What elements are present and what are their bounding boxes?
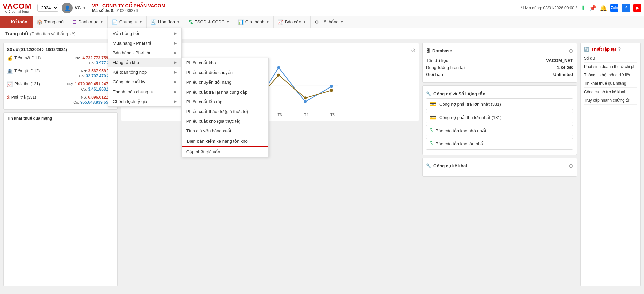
- top-bar: VACOM Giữ sự hài lòng 2024 👤 VC ▼ VP - C…: [0, 0, 644, 16]
- nav-baocao[interactable]: 📈 Báo cáo ▼: [274, 16, 311, 28]
- settings-icon: ⚙: [315, 19, 319, 25]
- nav-hoadon-label: Hóa đơn: [158, 19, 175, 24]
- bank-icon: 🏦: [7, 68, 13, 74]
- giachanh-caret: ▼: [266, 20, 269, 24]
- quick-item-phatsinh[interactable]: Phát sinh doanh thu & chi phí: [584, 63, 637, 71]
- nav-hethong-label: Hệ thống: [321, 19, 339, 24]
- chart-close-btn[interactable]: ⊙: [411, 47, 415, 53]
- nav-bar: ← Kế toán 🏠 Trang chủ ☰ Danh mục ▼ 📄 Chứ…: [0, 16, 644, 28]
- quick-item-truycap[interactable]: Truy cập nhanh chứng từ: [584, 96, 637, 105]
- breadcrumb-home: Trang chủ: [5, 31, 28, 36]
- tiengui-no-label: Nợ:: [81, 69, 87, 73]
- submenu-phieuchuyendoihang[interactable]: Phiếu chuyển đổi hàng: [182, 77, 268, 87]
- database-close-btn[interactable]: ⊙: [569, 48, 573, 54]
- quick-item-congcu[interactable]: Công cụ hỗ trợ kê khai: [584, 88, 637, 96]
- btn-tonkho-nho[interactable]: $ Báo cáo tồn kho nhỏ nhất: [426, 125, 573, 136]
- bell-icon[interactable]: 🔔: [600, 4, 607, 12]
- chungtu-dropdown: Vốn bằng tiền ▶ Mua hàng - Phải trả ▶ Bá…: [108, 28, 182, 107]
- user-dropdown-icon[interactable]: ▼: [83, 6, 86, 10]
- submenu-capnhatgiavon[interactable]: Cập nhật giá vốn: [182, 147, 268, 157]
- congno-icon: 🔧: [426, 91, 431, 96]
- btn-congno-phaithu[interactable]: 💳 Công nợ phải thu lớn nhất (131): [426, 112, 573, 123]
- submenu-phieuxuatthaodo[interactable]: Phiếu xuất tháo dỡ (giá thực tế): [182, 107, 268, 116]
- submenu-phieuxuattralainhacungcap[interactable]: Phiếu xuất trả lại nhà cung cấp: [182, 87, 268, 97]
- tonkho-nho-icon: $: [430, 128, 433, 134]
- tinhgiavon-label: Tính giá vốn hàng xuất: [186, 128, 231, 133]
- congcu-icon: 🔧: [426, 163, 431, 168]
- menu-vonbangtion-label: Vốn bằng tiền: [113, 31, 141, 36]
- menu-hangtonkho[interactable]: Hàng tồn kho ▶ Phiếu xuất kho Phiếu xuất…: [108, 58, 181, 67]
- menu-muahang[interactable]: Mua hàng - Phải trả ▶: [108, 38, 181, 48]
- menu-chenhlechtylgia[interactable]: Chênh lệch tỷ giá ▶: [108, 97, 181, 106]
- nav-tsccd[interactable]: 🏗 TSCĐ & CCDC ▼: [184, 16, 234, 28]
- bienban-label: Biên bản kiểm kê hàng tồn kho: [187, 139, 248, 144]
- submenu-phieuxuatdieuchiyen[interactable]: Phiếu xuất điều chuyển: [182, 68, 268, 77]
- capnhatgiavon-label: Cập nhật giá vốn: [186, 149, 220, 154]
- zalo-icon[interactable]: Zalo: [610, 4, 618, 12]
- submenu-phieuxuatkhogiathuocte[interactable]: Phiếu xuất kho (giá thực tế): [182, 116, 268, 126]
- phieuxuatthaodo-label: Phiếu xuất tháo dỡ (giá thực tế): [186, 109, 248, 114]
- tendulieu-label: Tên dữ liệu: [426, 58, 448, 63]
- submenu-tinhgiavon[interactable]: Tính giá vốn hàng xuất: [182, 126, 268, 136]
- youtube-icon[interactable]: ▶: [633, 4, 641, 12]
- submenu-phieuxuatlaprap[interactable]: Phiếu xuất lắp ráp: [182, 97, 268, 107]
- help-icon[interactable]: ?: [618, 46, 621, 52]
- menu-congtaccuoiky[interactable]: Công tác cuối kỳ ▶: [108, 77, 181, 87]
- tendulieu-row: Tên dữ liệu VACOM_NET: [426, 58, 573, 63]
- nav-hoadon[interactable]: 🧾 Hóa đơn ▼: [147, 16, 184, 28]
- nav-trangchu-label: Trang chủ: [44, 19, 64, 24]
- svg-text:T4: T4: [304, 113, 308, 117]
- cost-icon: 📊: [238, 19, 244, 25]
- phaitra-co-label: Có:: [73, 100, 79, 104]
- quick-item-tinkhai[interactable]: Tin khai thuế qua mạng: [584, 79, 637, 88]
- phieuxuatkho-label: Phiếu xuất kho: [186, 60, 216, 65]
- submenu-phieuxuatkho[interactable]: Phiếu xuất kho: [182, 58, 268, 68]
- nav-danhmuc-label: Danh mục: [78, 19, 98, 24]
- nav-chungtu[interactable]: 📄 Chứng từ ▼ Vốn bằng tiền ▶ Mua hàng - …: [108, 16, 147, 28]
- quick-item-thongtin[interactable]: Thông tin hệ thống dữ liệu: [584, 71, 637, 79]
- menu-ketoantonghop[interactable]: Kế toán tổng hợp ▶: [108, 67, 181, 77]
- danhmuc-caret: ▼: [100, 20, 103, 24]
- company-block: VP - CÔNG TY CỔ PHẦN VACOM Mã số thuế: 0…: [92, 3, 165, 13]
- menu-thanhtoan[interactable]: Thanh toán chứng từ ▶: [108, 87, 181, 97]
- svg-point-14: [304, 100, 307, 103]
- menu-vonbangtion[interactable]: Vốn bằng tiền ▶: [108, 28, 181, 38]
- breadcrumb: Trang chủ (Phân tích và thống kê): [0, 28, 644, 39]
- hethong-caret: ▼: [340, 20, 344, 24]
- dungluong-label: Dung lượng hiện tại: [426, 65, 465, 70]
- tax-code: Mã số thuế: 0102236276: [92, 8, 165, 13]
- download-icon[interactable]: ⬇: [581, 4, 586, 12]
- database-title: 🗄 Database: [426, 48, 452, 53]
- nav-trangchu[interactable]: 🏠 Trang chủ: [33, 16, 68, 28]
- tax-code-value: 0102236276: [116, 8, 138, 13]
- pin-icon[interactable]: 📌: [589, 4, 596, 12]
- phieuchuyendoihang-label: Phiếu chuyển đổi hàng: [186, 80, 232, 85]
- nav-hethong[interactable]: ⚙ Hệ thống ▼: [311, 16, 348, 28]
- quick-item-sodu[interactable]: Số dư: [584, 54, 637, 63]
- tienmat-co-label: Có:: [89, 61, 95, 65]
- tendulieu-value: VACOM_NET: [546, 58, 573, 63]
- dungluong-value: 1.34 GB: [557, 65, 573, 70]
- main-content: Số dư (01/12/2024 > 18/12/2024) ⊙ 💰 Tiền…: [0, 39, 644, 290]
- submenu-bienban[interactable]: Biên bản kiểm kê hàng tồn kho: [182, 136, 268, 147]
- tax-label: Mã số thuế: [92, 8, 113, 13]
- congcu-close-btn[interactable]: ⊙: [569, 163, 573, 169]
- year-select[interactable]: 2024: [37, 4, 58, 12]
- facebook-icon[interactable]: f: [622, 4, 630, 12]
- menu-banhang[interactable]: Bán hàng - Phải thu ▶: [108, 48, 181, 58]
- tsccd-caret: ▼: [226, 20, 230, 24]
- user-name: VC: [75, 5, 81, 10]
- nav-giachanh-label: Giá thành: [245, 19, 264, 24]
- nav-giachanh[interactable]: 📊 Giá thành ▼: [234, 16, 274, 28]
- ketoan-button[interactable]: ← Kế toán: [0, 16, 33, 28]
- nav-danhmuc[interactable]: ☰ Danh mục ▼: [68, 16, 108, 28]
- tienmat-no-label: Nợ:: [75, 56, 81, 60]
- database-title-text: Database: [432, 48, 452, 53]
- sodu-card-title: Số dư (01/12/2024 > 18/12/2024): [7, 47, 67, 52]
- user-block: 👤 VC ▼: [62, 3, 86, 13]
- asset-icon: 🏗: [188, 19, 193, 25]
- btn-congno-phatra[interactable]: 💳 Công nợ phải trả lớn nhất (331): [426, 98, 573, 110]
- sodu-card-header: Số dư (01/12/2024 > 18/12/2024) ⊙: [7, 46, 114, 53]
- menu-hangtonkho-label: Hàng tồn kho: [113, 60, 139, 65]
- btn-tonkho-lon[interactable]: $ Báo cáo tồn kho lớn nhất: [426, 138, 573, 150]
